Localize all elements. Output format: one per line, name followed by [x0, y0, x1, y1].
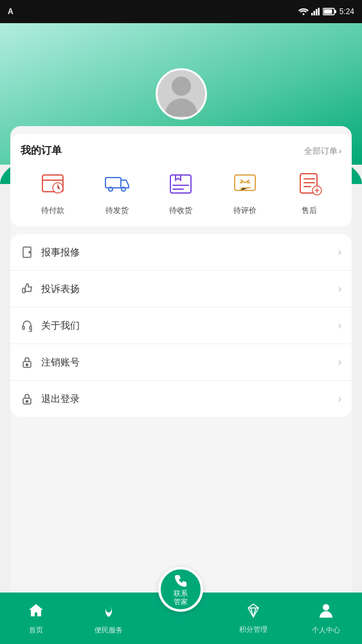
order-after-sale-label: 售后: [302, 205, 317, 216]
svg-point-11: [109, 187, 113, 191]
chevron-icon: ›: [338, 356, 341, 368]
headset-icon: [21, 319, 33, 332]
signal-icon: [311, 8, 320, 15]
wifi-icon: [298, 8, 309, 15]
menu-complaint[interactable]: 投诉表扬 ›: [10, 271, 352, 308]
nav-home-label: 首页: [29, 625, 43, 635]
pending-ship-icon: [103, 170, 131, 198]
orders-title: 我的订单: [21, 144, 62, 158]
nav-services[interactable]: 便民服务: [73, 602, 145, 635]
all-orders-link[interactable]: 全部订单 ›: [304, 145, 341, 157]
menu-report[interactable]: 报事报修 ›: [10, 234, 352, 271]
chevron-icon: ›: [338, 283, 341, 295]
menu-about[interactable]: 关于我们 ›: [10, 308, 352, 344]
nav-points[interactable]: 积分管理: [217, 603, 290, 634]
after-sale-icon: [295, 170, 323, 198]
svg-rect-10: [105, 178, 121, 188]
status-bar-right: 5:24: [298, 7, 354, 16]
menu-about-text: 关于我们: [41, 320, 80, 332]
menu-complaint-text: 投诉表扬: [41, 283, 80, 295]
order-pending-pay-label: 待付款: [41, 205, 64, 216]
chevron-icon: ›: [338, 393, 341, 405]
order-pending-review-label: 待评价: [233, 205, 257, 216]
thumb-icon: [21, 282, 33, 295]
order-pending-pay[interactable]: 待付款: [37, 168, 69, 216]
order-pending-review[interactable]: 待评价: [229, 168, 261, 216]
svg-rect-6: [323, 10, 332, 14]
phone-icon: [172, 573, 189, 589]
svg-rect-4: [318, 8, 320, 15]
nav-home[interactable]: 首页: [0, 602, 73, 635]
svg-rect-20: [23, 326, 24, 329]
nav-points-label: 积分管理: [239, 625, 267, 634]
door-icon: [21, 246, 33, 259]
pending-pay-icon: [39, 170, 67, 198]
orders-icons: 待付款 待发货: [21, 168, 341, 216]
svg-rect-7: [334, 10, 336, 14]
avatar[interactable]: [156, 68, 207, 120]
order-pending-receive-label: 待收货: [169, 205, 192, 216]
nav-profile[interactable]: 个人中心: [289, 602, 362, 635]
menu-logout-text: 退出登录: [41, 393, 80, 405]
svg-point-18: [29, 252, 30, 253]
home-icon: [28, 602, 44, 623]
menu-report-text: 报事报修: [41, 246, 80, 259]
nav-contact-label: 联系 管家: [174, 589, 188, 606]
app-label: A: [8, 7, 14, 16]
order-after-sale[interactable]: 售后: [293, 168, 325, 216]
nav-contact-button[interactable]: 联系 管家: [158, 567, 203, 612]
svg-point-25: [26, 401, 28, 403]
menu-cancel-account[interactable]: 注销账号 ›: [10, 344, 352, 381]
status-bar: A 5:24: [0, 0, 362, 23]
orders-header: 我的订单 全部订单 ›: [21, 144, 341, 158]
svg-point-12: [122, 187, 125, 191]
pending-review-icon: [231, 170, 259, 198]
svg-point-23: [26, 364, 28, 366]
bottom-nav: 首页 便民服务 联系 管家 积分管理: [0, 593, 362, 644]
nav-profile-label: 个人中心: [312, 625, 340, 635]
pending-receive-icon: [167, 170, 195, 198]
person-icon: [318, 602, 334, 623]
time-display: 5:24: [339, 7, 354, 16]
svg-rect-19: [23, 288, 25, 293]
order-pending-receive[interactable]: 待收货: [165, 168, 197, 216]
fire-icon: [102, 602, 116, 623]
order-pending-ship[interactable]: 待发货: [101, 168, 133, 216]
menu-logout[interactable]: 退出登录 ›: [10, 381, 352, 417]
svg-point-0: [302, 14, 304, 15]
svg-rect-2: [313, 11, 315, 15]
nav-services-label: 便民服务: [95, 625, 123, 635]
svg-point-26: [323, 604, 329, 611]
chevron-icon: ›: [338, 246, 341, 258]
menu-card: 报事报修 › 投诉表扬 ›: [10, 234, 352, 417]
orders-card: 我的订单 全部订单 › 待付款: [10, 134, 352, 226]
svg-rect-21: [30, 326, 32, 329]
chevron-icon: ›: [338, 320, 341, 331]
order-pending-ship-label: 待发货: [105, 205, 129, 216]
main-content: 我的订单 全部订单 › 待付款: [10, 126, 352, 593]
diamond-icon: [246, 603, 261, 622]
svg-rect-1: [311, 13, 313, 15]
menu-cancel-account-text: 注销账号: [41, 356, 80, 369]
battery-icon: [323, 8, 337, 15]
lock-icon: [21, 356, 33, 369]
svg-rect-3: [316, 9, 318, 15]
logout-lock-icon: [21, 392, 33, 405]
